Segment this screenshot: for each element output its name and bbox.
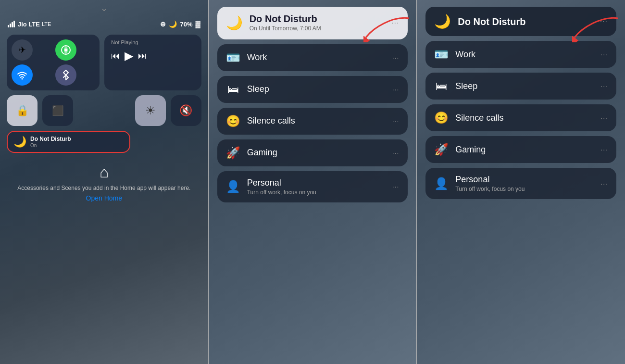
dnd-title-middle: Do Not Disturb <box>250 13 385 24</box>
signal-bars <box>8 21 15 27</box>
dnd-text-container: Do Not Disturb On <box>30 136 71 148</box>
work-item-middle[interactable]: 🪪 Work ··· <box>217 44 408 71</box>
dnd-title-right: Do Not Disturb <box>458 16 593 27</box>
personal-text-right: Personal Turn off work, focus on you <box>455 175 594 192</box>
silence-dots-right: ··· <box>600 114 608 122</box>
signal-bar-4 <box>13 21 15 27</box>
status-bar: Jio LTE LTE ⊕ 🌙 70% ▓ <box>0 16 208 30</box>
personal-dots-middle: ··· <box>392 183 400 190</box>
cc-music-widget: Not Playing ⏮ ▶ ⏭ <box>104 35 201 90</box>
sleep-text-right: Sleep <box>455 81 594 91</box>
dnd-status-icon: 🌙 <box>169 20 177 28</box>
mute-icon: 🔇 <box>179 104 192 117</box>
gaming-icon-right: 🚀 <box>434 143 449 156</box>
sleep-item-right[interactable]: 🛏 Sleep ··· <box>425 73 616 100</box>
wifi-icon <box>17 70 27 80</box>
bluetooth-button[interactable] <box>55 64 76 86</box>
silence-text-middle: Silence calls <box>247 116 386 126</box>
silence-item-right[interactable]: 😊 Silence calls ··· <box>425 104 616 131</box>
screen-mirror-icon: ⬛ <box>52 105 64 116</box>
signal-bar-1 <box>8 25 9 27</box>
gaming-label-right: Gaming <box>455 145 594 155</box>
silence-text-right: Silence calls <box>455 113 594 123</box>
silence-label-middle: Silence calls <box>247 116 386 126</box>
brightness-button[interactable]: ☀ <box>135 95 166 126</box>
personal-item-middle[interactable]: 👤 Personal Turn off work, focus on you ·… <box>217 171 408 202</box>
gaming-icon-middle: 🚀 <box>226 146 240 160</box>
airplane-mode-button[interactable]: ✈ <box>12 39 33 61</box>
gaming-item-right[interactable]: 🚀 Gaming ··· <box>425 136 616 163</box>
work-icon-right: 🪪 <box>434 48 449 61</box>
cellular-button[interactable] <box>55 39 76 61</box>
rotation-lock-icon: 🔒 <box>16 104 29 117</box>
dnd-label: Do Not Disturb <box>30 136 71 142</box>
gaming-label-middle: Gaming <box>247 148 386 158</box>
sleep-dots-middle: ··· <box>392 86 400 93</box>
work-item-right[interactable]: 🪪 Work ··· <box>425 41 616 68</box>
open-home-button[interactable]: Open Home <box>10 194 199 202</box>
sleep-icon-middle: 🛏 <box>226 83 240 96</box>
gaming-dots-right: ··· <box>600 146 608 153</box>
work-dots-right: ··· <box>600 50 608 58</box>
silence-item-middle[interactable]: 😊 Silence calls ··· <box>217 108 408 135</box>
rewind-button[interactable]: ⏮ <box>111 51 120 61</box>
focus-list-right: 🪪 Work ··· 🛏 Sleep ··· 😊 Silence calls ·… <box>417 41 625 199</box>
home-description: Accessories and Scenes you add in the Ho… <box>10 184 199 192</box>
work-label-right: Work <box>455 50 594 60</box>
dnd-info-middle: Do Not Disturb On Until Tomorrow, 7:00 A… <box>250 13 385 33</box>
home-icon: ⌂ <box>10 163 199 181</box>
dnd-header-middle[interactable]: 🌙 Do Not Disturb On Until Tomorrow, 7:00… <box>217 7 408 39</box>
work-label-middle: Work <box>247 52 386 63</box>
cc-top-row: ✈ <box>7 35 201 90</box>
personal-sub-right: Turn off work, focus on you <box>455 186 594 192</box>
focus-list-middle: 🪪 Work ··· 🛏 Sleep ··· 😊 Silence calls ·… <box>209 44 417 202</box>
cellular-icon <box>61 45 71 55</box>
dnd-moon-icon: 🌙 <box>13 136 26 148</box>
forward-button[interactable]: ⏭ <box>138 51 147 61</box>
personal-text-middle: Personal Turn off work, focus on you <box>247 178 386 196</box>
dnd-button[interactable]: 🌙 Do Not Disturb On <box>7 131 130 153</box>
play-button[interactable]: ▶ <box>125 49 133 63</box>
personal-item-right[interactable]: 👤 Personal Turn off work, focus on you ·… <box>425 168 616 199</box>
work-icon-middle: 🪪 <box>226 51 240 64</box>
signal-bar-2 <box>10 24 11 27</box>
status-bar-right: ⊕ 🌙 70% ▓ <box>160 20 200 28</box>
dnd-header-right[interactable]: 🌙 Do Not Disturb ··· <box>425 7 616 36</box>
sleep-label-middle: Sleep <box>247 84 386 94</box>
rotation-lock-button[interactable]: 🔒 <box>7 95 38 126</box>
dnd-dots-right: ··· <box>600 17 608 26</box>
svg-point-2 <box>22 78 23 80</box>
wifi-button[interactable] <box>12 64 33 86</box>
brightness-icon: ☀ <box>145 104 156 117</box>
sleep-label-right: Sleep <box>455 81 594 91</box>
screen-mirror-button[interactable]: ⬛ <box>42 95 73 126</box>
dnd-sub-label: On <box>30 143 71 148</box>
status-bar-left: Jio LTE LTE <box>8 21 51 28</box>
dnd-moon-icon-middle: 🌙 <box>226 15 243 31</box>
sleep-dots-right: ··· <box>600 82 608 90</box>
gaming-dots-middle: ··· <box>392 149 400 157</box>
sleep-item-middle[interactable]: 🛏 Sleep ··· <box>217 76 408 103</box>
signal-bar-3 <box>12 22 13 27</box>
cc-misc-top: 🔒 ⬛ <box>7 95 130 126</box>
dnd-subtitle-middle: On Until Tomorrow, 7:00 AM <box>250 25 385 33</box>
silence-label-right: Silence calls <box>455 113 594 123</box>
location-icon: ⊕ <box>160 20 166 28</box>
gaming-text-middle: Gaming <box>247 148 386 158</box>
middle-panel: 🌙 Do Not Disturb On Until Tomorrow, 7:00… <box>208 0 417 364</box>
chevron-down-icon: ⌄ <box>0 0 208 16</box>
gaming-item-middle[interactable]: 🚀 Gaming ··· <box>217 139 408 166</box>
personal-icon-right: 👤 <box>434 177 449 190</box>
silence-icon-middle: 😊 <box>226 114 240 128</box>
cc-misc: 🔒 ⬛ 🌙 Do Not Disturb On <box>7 95 130 153</box>
sleep-text-middle: Sleep <box>247 84 386 94</box>
bluetooth-icon <box>62 70 69 80</box>
personal-icon-middle: 👤 <box>226 180 240 193</box>
music-controls: ⏮ ▶ ⏭ <box>111 49 194 63</box>
personal-label-middle: Personal <box>247 178 386 188</box>
home-section: ⌂ Accessories and Scenes you add in the … <box>0 158 208 208</box>
work-dots-middle: ··· <box>392 54 400 62</box>
personal-label-right: Personal <box>455 175 594 185</box>
mute-button[interactable]: 🔇 <box>171 95 201 126</box>
music-playing-label: Not Playing <box>111 39 194 45</box>
